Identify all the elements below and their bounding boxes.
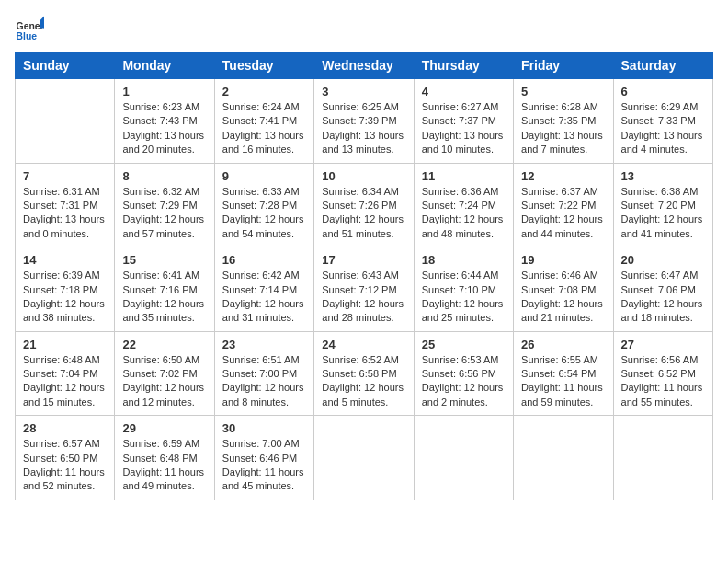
calendar-cell: 22Sunrise: 6:50 AM Sunset: 7:02 PM Dayli… xyxy=(115,331,214,416)
day-info: Sunrise: 6:23 AM Sunset: 7:43 PM Dayligh… xyxy=(122,100,206,157)
calendar-table: SundayMondayTuesdayWednesdayThursdayFrid… xyxy=(15,52,713,500)
calendar-cell: 27Sunrise: 6:56 AM Sunset: 6:52 PM Dayli… xyxy=(613,331,712,416)
page-header: General Blue xyxy=(15,15,713,44)
day-info: Sunrise: 6:48 AM Sunset: 7:04 PM Dayligh… xyxy=(23,353,107,410)
day-number: 3 xyxy=(322,85,405,98)
calendar-cell: 15Sunrise: 6:41 AM Sunset: 7:16 PM Dayli… xyxy=(115,247,214,332)
calendar-cell: 9Sunrise: 6:33 AM Sunset: 7:28 PM Daylig… xyxy=(214,163,313,247)
calendar-cell: 6Sunrise: 6:29 AM Sunset: 7:33 PM Daylig… xyxy=(613,79,712,164)
day-info: Sunrise: 6:32 AM Sunset: 7:29 PM Dayligh… xyxy=(122,185,206,242)
day-number: 28 xyxy=(23,421,107,435)
day-info: Sunrise: 6:29 AM Sunset: 7:33 PM Dayligh… xyxy=(621,100,705,157)
logo: General Blue xyxy=(15,15,48,44)
calendar-cell xyxy=(514,416,613,500)
day-info: Sunrise: 6:44 AM Sunset: 7:10 PM Dayligh… xyxy=(422,269,506,326)
day-number: 24 xyxy=(322,338,405,351)
day-number: 9 xyxy=(222,169,306,183)
calendar-cell: 2Sunrise: 6:24 AM Sunset: 7:41 PM Daylig… xyxy=(214,79,313,164)
day-info: Sunrise: 6:42 AM Sunset: 7:14 PM Dayligh… xyxy=(222,269,306,326)
calendar-cell: 3Sunrise: 6:25 AM Sunset: 7:39 PM Daylig… xyxy=(314,79,414,164)
svg-marker-2 xyxy=(40,17,44,29)
day-number: 13 xyxy=(621,169,705,183)
day-number: 15 xyxy=(122,253,206,267)
day-info: Sunrise: 6:36 AM Sunset: 7:24 PM Dayligh… xyxy=(422,185,506,242)
calendar-week-3: 14Sunrise: 6:39 AM Sunset: 7:18 PM Dayli… xyxy=(16,247,713,332)
day-info: Sunrise: 6:34 AM Sunset: 7:26 PM Dayligh… xyxy=(322,185,405,242)
calendar-cell: 25Sunrise: 6:53 AM Sunset: 6:56 PM Dayli… xyxy=(414,331,513,416)
day-number: 16 xyxy=(222,253,306,267)
day-info: Sunrise: 6:50 AM Sunset: 7:02 PM Dayligh… xyxy=(122,353,206,410)
calendar-cell: 16Sunrise: 6:42 AM Sunset: 7:14 PM Dayli… xyxy=(214,247,313,332)
day-info: Sunrise: 6:39 AM Sunset: 7:18 PM Dayligh… xyxy=(23,269,107,326)
calendar-cell: 17Sunrise: 6:43 AM Sunset: 7:12 PM Dayli… xyxy=(314,247,414,332)
day-number: 25 xyxy=(422,338,506,351)
day-info: Sunrise: 6:46 AM Sunset: 7:08 PM Dayligh… xyxy=(521,269,605,326)
day-info: Sunrise: 6:53 AM Sunset: 6:56 PM Dayligh… xyxy=(422,353,506,410)
calendar-header-row: SundayMondayTuesdayWednesdayThursdayFrid… xyxy=(16,52,713,79)
calendar-week-4: 21Sunrise: 6:48 AM Sunset: 7:04 PM Dayli… xyxy=(16,331,713,416)
day-info: Sunrise: 7:00 AM Sunset: 6:46 PM Dayligh… xyxy=(222,437,306,494)
calendar-body: 1Sunrise: 6:23 AM Sunset: 7:43 PM Daylig… xyxy=(16,79,713,500)
calendar-cell: 4Sunrise: 6:27 AM Sunset: 7:37 PM Daylig… xyxy=(414,79,513,164)
calendar-cell: 26Sunrise: 6:55 AM Sunset: 6:54 PM Dayli… xyxy=(514,331,613,416)
calendar-cell: 30Sunrise: 7:00 AM Sunset: 6:46 PM Dayli… xyxy=(214,416,313,500)
calendar-cell: 12Sunrise: 6:37 AM Sunset: 7:22 PM Dayli… xyxy=(514,163,613,247)
day-info: Sunrise: 6:28 AM Sunset: 7:35 PM Dayligh… xyxy=(521,100,605,157)
calendar-week-5: 28Sunrise: 6:57 AM Sunset: 6:50 PM Dayli… xyxy=(16,416,713,500)
calendar-cell: 21Sunrise: 6:48 AM Sunset: 7:04 PM Dayli… xyxy=(16,331,115,416)
day-number: 18 xyxy=(422,253,506,267)
day-number: 22 xyxy=(122,338,206,351)
calendar-cell xyxy=(314,416,414,500)
day-number: 23 xyxy=(222,338,306,351)
calendar-cell: 7Sunrise: 6:31 AM Sunset: 7:31 PM Daylig… xyxy=(16,163,115,247)
logo-icon: General Blue xyxy=(15,15,44,44)
calendar-cell xyxy=(414,416,513,500)
day-number: 10 xyxy=(322,169,405,183)
day-info: Sunrise: 6:33 AM Sunset: 7:28 PM Dayligh… xyxy=(222,185,306,242)
day-header-sunday: Sunday xyxy=(16,52,115,79)
day-header-thursday: Thursday xyxy=(414,52,513,79)
day-number: 11 xyxy=(422,169,506,183)
day-number: 14 xyxy=(23,253,107,267)
day-number: 8 xyxy=(122,169,206,183)
day-number: 27 xyxy=(621,338,705,351)
day-info: Sunrise: 6:25 AM Sunset: 7:39 PM Dayligh… xyxy=(322,100,405,157)
calendar-cell: 28Sunrise: 6:57 AM Sunset: 6:50 PM Dayli… xyxy=(16,416,115,500)
day-header-friday: Friday xyxy=(514,52,613,79)
calendar-cell: 1Sunrise: 6:23 AM Sunset: 7:43 PM Daylig… xyxy=(115,79,214,164)
day-info: Sunrise: 6:43 AM Sunset: 7:12 PM Dayligh… xyxy=(322,269,405,326)
day-number: 1 xyxy=(122,85,206,98)
calendar-cell: 11Sunrise: 6:36 AM Sunset: 7:24 PM Dayli… xyxy=(414,163,513,247)
day-number: 29 xyxy=(122,421,206,435)
day-info: Sunrise: 6:52 AM Sunset: 6:58 PM Dayligh… xyxy=(322,353,405,410)
day-info: Sunrise: 6:24 AM Sunset: 7:41 PM Dayligh… xyxy=(222,100,306,157)
day-info: Sunrise: 6:31 AM Sunset: 7:31 PM Dayligh… xyxy=(23,185,107,242)
day-number: 5 xyxy=(521,85,605,98)
day-number: 21 xyxy=(23,338,107,351)
calendar-cell: 19Sunrise: 6:46 AM Sunset: 7:08 PM Dayli… xyxy=(514,247,613,332)
day-number: 12 xyxy=(521,169,605,183)
day-info: Sunrise: 6:47 AM Sunset: 7:06 PM Dayligh… xyxy=(621,269,705,326)
day-header-saturday: Saturday xyxy=(613,52,712,79)
day-number: 7 xyxy=(23,169,107,183)
day-header-tuesday: Tuesday xyxy=(214,52,313,79)
day-number: 2 xyxy=(222,85,306,98)
calendar-cell: 14Sunrise: 6:39 AM Sunset: 7:18 PM Dayli… xyxy=(16,247,115,332)
calendar-week-2: 7Sunrise: 6:31 AM Sunset: 7:31 PM Daylig… xyxy=(16,163,713,247)
calendar-cell xyxy=(16,79,115,164)
day-info: Sunrise: 6:27 AM Sunset: 7:37 PM Dayligh… xyxy=(422,100,506,157)
day-number: 6 xyxy=(621,85,705,98)
day-info: Sunrise: 6:38 AM Sunset: 7:20 PM Dayligh… xyxy=(621,185,705,242)
day-info: Sunrise: 6:56 AM Sunset: 6:52 PM Dayligh… xyxy=(621,353,705,410)
day-info: Sunrise: 6:41 AM Sunset: 7:16 PM Dayligh… xyxy=(122,269,206,326)
day-number: 26 xyxy=(521,338,605,351)
day-header-monday: Monday xyxy=(115,52,214,79)
calendar-cell: 5Sunrise: 6:28 AM Sunset: 7:35 PM Daylig… xyxy=(514,79,613,164)
day-header-wednesday: Wednesday xyxy=(314,52,414,79)
day-info: Sunrise: 6:55 AM Sunset: 6:54 PM Dayligh… xyxy=(521,353,605,410)
day-info: Sunrise: 6:51 AM Sunset: 7:00 PM Dayligh… xyxy=(222,353,306,410)
calendar-cell: 13Sunrise: 6:38 AM Sunset: 7:20 PM Dayli… xyxy=(613,163,712,247)
day-info: Sunrise: 6:37 AM Sunset: 7:22 PM Dayligh… xyxy=(521,185,605,242)
calendar-cell: 29Sunrise: 6:59 AM Sunset: 6:48 PM Dayli… xyxy=(115,416,214,500)
day-number: 17 xyxy=(322,253,405,267)
